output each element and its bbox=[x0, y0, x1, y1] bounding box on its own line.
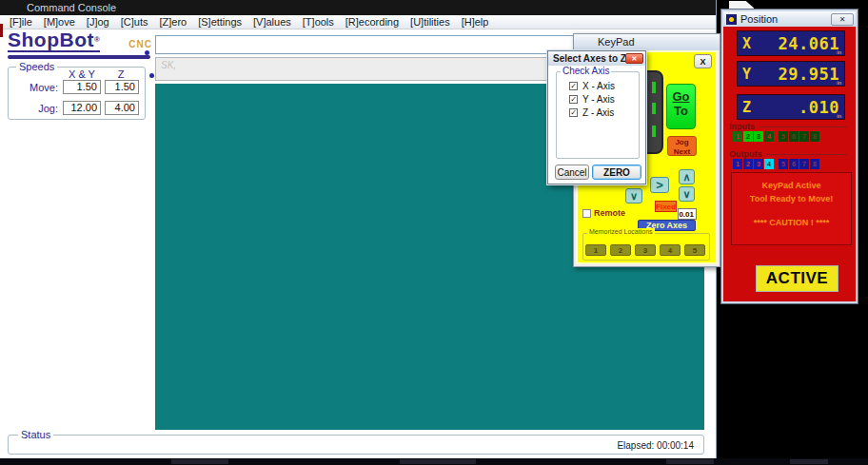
move-label: Move: bbox=[14, 82, 58, 93]
y-position-display: Y 29.951 in bbox=[737, 61, 845, 87]
logo-cnc-label: CNC bbox=[128, 39, 152, 49]
move-xy-field[interactable]: 1.50 bbox=[63, 80, 101, 94]
menu-bar: [F]ile [M]ove [J]og [C]uts [Z]ero [S]ett… bbox=[0, 15, 716, 29]
menu-zero[interactable]: [Z]ero bbox=[153, 16, 192, 28]
y-axis-checkbox[interactable]: ✓ bbox=[569, 95, 578, 104]
output-led-2: 2 bbox=[743, 159, 753, 169]
menu-values[interactable]: [V]alues bbox=[247, 16, 297, 28]
position-title: Position bbox=[740, 13, 831, 25]
menu-recording[interactable]: [R]ecording bbox=[340, 16, 404, 28]
message-line-2: Tool Ready to Move! bbox=[732, 193, 851, 206]
position-titlebar: Position ✕ bbox=[723, 11, 856, 27]
inputs-label: Inputs bbox=[729, 122, 755, 131]
jog-z-field[interactable]: 4.00 bbox=[105, 101, 139, 115]
zero-button[interactable]: ZERO bbox=[592, 165, 641, 180]
z-position-display: Z .010 in bbox=[737, 94, 845, 120]
jog-xy-field[interactable]: 12.00 bbox=[63, 101, 101, 115]
taskbar-segment bbox=[666, 459, 714, 464]
memorized-button-5[interactable]: 5 bbox=[684, 244, 705, 256]
remote-label: Remote bbox=[594, 208, 625, 218]
move-z-field[interactable]: 1.50 bbox=[105, 80, 139, 94]
window-title: Command Console bbox=[27, 2, 116, 13]
check-axis-label: Check Axis bbox=[561, 66, 611, 76]
arrow-down-right-button[interactable]: ∨ bbox=[679, 186, 695, 202]
arrow-right-button[interactable]: > bbox=[650, 177, 669, 193]
inputs-row: 1 2 3 4 5 6 7 8 bbox=[733, 131, 819, 142]
increment-value-field[interactable]: 0.01 bbox=[678, 208, 697, 220]
memorized-button-4[interactable]: 4 bbox=[660, 244, 681, 256]
position-client: X 24.061 in Y 29.951 in Z .010 in Inputs… bbox=[723, 27, 856, 301]
menu-move[interactable]: [M]ove bbox=[38, 16, 81, 28]
input-led-8: 8 bbox=[810, 131, 819, 142]
registered-mark: ® bbox=[94, 35, 100, 44]
y-axis-label: Y - Axis bbox=[582, 94, 615, 105]
echo-marker-dot bbox=[149, 73, 154, 78]
menu-cuts[interactable]: [C]uts bbox=[115, 16, 154, 28]
remote-checkbox[interactable] bbox=[582, 209, 591, 218]
y-axis-row: ✓ Y - Axis bbox=[569, 94, 615, 105]
x-axis-checkbox[interactable]: ✓ bbox=[569, 82, 578, 90]
output-led-6: 6 bbox=[789, 159, 799, 169]
x-axis-row: ✓ X - Axis bbox=[569, 81, 615, 91]
output-led-4: 4 bbox=[764, 159, 774, 169]
status-label: Status bbox=[18, 429, 53, 440]
window-titlebar: Command Console bbox=[0, 0, 716, 15]
cancel-button[interactable]: Cancel bbox=[555, 165, 589, 180]
output-led-5: 5 bbox=[779, 159, 788, 169]
menu-settings[interactable]: [S]ettings bbox=[192, 16, 247, 28]
menu-jog[interactable]: [J]og bbox=[81, 16, 115, 28]
memorized-locations-label: Memorized Locations bbox=[587, 228, 655, 235]
output-led-7: 7 bbox=[799, 159, 809, 169]
menu-file[interactable]: [F]ile bbox=[4, 16, 38, 28]
status-message-panel: KeyPad Active Tool Ready to Move! **** C… bbox=[731, 172, 852, 245]
speeds-label: Speeds bbox=[16, 61, 57, 72]
outputs-divider bbox=[767, 154, 847, 155]
keypad-close-button[interactable]: X bbox=[694, 54, 712, 68]
logo-brand: ShopBot bbox=[8, 29, 94, 50]
input-marker-dot bbox=[145, 50, 149, 55]
z-axis-label: Z - Axis bbox=[582, 107, 614, 118]
goto-button[interactable]: Go To bbox=[666, 84, 696, 129]
taskbar-segment bbox=[400, 459, 476, 464]
menu-help[interactable]: [H]elp bbox=[456, 16, 495, 28]
x-position-display: X 24.061 in bbox=[737, 30, 845, 56]
arrow-up-button[interactable]: ∧ bbox=[679, 169, 695, 184]
readout-led-segment bbox=[652, 103, 656, 114]
position-window: Position ✕ X 24.061 in Y 29.951 in Z .01… bbox=[721, 10, 858, 303]
shopbot-logo: ShopBot® CNC bbox=[8, 29, 152, 60]
memorized-button-2[interactable]: 2 bbox=[610, 244, 631, 256]
left-edge-artifact bbox=[0, 24, 3, 37]
memorized-button-1[interactable]: 1 bbox=[585, 244, 606, 256]
position-close-icon[interactable]: ✕ bbox=[831, 13, 854, 26]
input-led-5: 5 bbox=[779, 131, 788, 142]
active-button[interactable]: ACTIVE bbox=[756, 265, 838, 292]
jog-label: Jog: bbox=[14, 103, 58, 114]
speeds-col-z: Z bbox=[104, 68, 138, 80]
input-led-2: 2 bbox=[743, 131, 753, 142]
inputs-divider bbox=[760, 126, 847, 127]
input-led-3: 3 bbox=[754, 131, 763, 142]
taskbar-segment bbox=[790, 459, 828, 464]
readout-led-segment bbox=[652, 82, 656, 93]
taskbar-segment bbox=[171, 459, 228, 464]
x-axis-label: X - Axis bbox=[582, 81, 615, 91]
input-led-4: 4 bbox=[764, 131, 774, 142]
dialog-close-icon[interactable]: ✕ bbox=[625, 53, 643, 64]
jog-next-button[interactable]: Jog Next bbox=[667, 136, 697, 156]
arrow-down-left-button[interactable]: ∨ bbox=[625, 188, 642, 203]
z-axis-checkbox[interactable]: ✓ bbox=[569, 108, 578, 117]
memorized-button-3[interactable]: 3 bbox=[635, 244, 656, 256]
outputs-row: 1 2 3 4 5 6 7 8 bbox=[733, 159, 819, 169]
output-led-8: 8 bbox=[810, 159, 819, 169]
fixed-mode-button[interactable]: Fixed bbox=[655, 201, 677, 212]
memorized-buttons-row: 1 2 3 4 5 bbox=[585, 244, 705, 256]
message-line-1: KeyPad Active bbox=[732, 180, 851, 193]
input-led-6: 6 bbox=[789, 131, 799, 142]
menu-utilities[interactable]: [U]tilities bbox=[404, 16, 456, 28]
menu-tools[interactable]: [T]ools bbox=[297, 16, 340, 28]
output-led-3: 3 bbox=[754, 159, 763, 169]
status-panel: Status Elapsed: 00:00:14 bbox=[8, 435, 704, 455]
select-axes-dialog: Select Axes to Zero ✕ Check Axis ✓ X - A… bbox=[547, 50, 646, 184]
taskbar-strip bbox=[0, 458, 868, 465]
input-led-1: 1 bbox=[733, 131, 742, 142]
